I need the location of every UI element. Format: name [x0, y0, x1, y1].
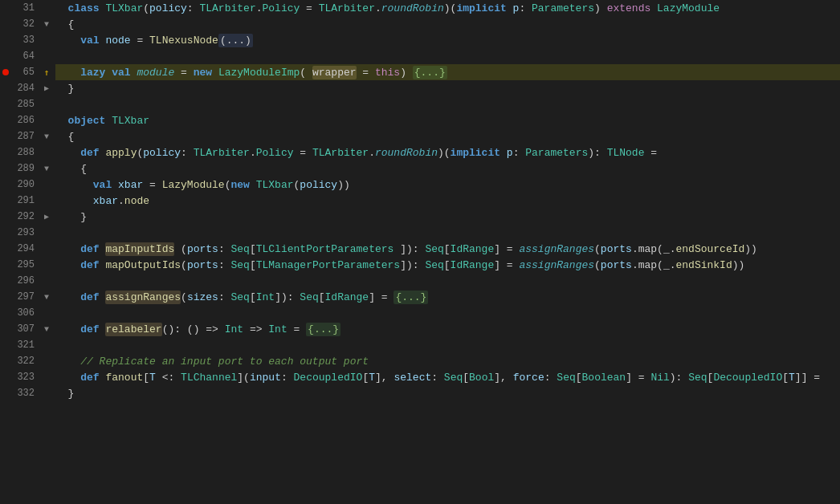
fold-321[interactable]	[41, 339, 52, 351]
fold-32[interactable]: ▼	[41, 18, 52, 30]
token-paren-294: (	[174, 243, 187, 255]
line-num-33: 33	[10, 35, 41, 46]
token-lm-290: LazyModule	[162, 179, 225, 191]
token-indent-288	[55, 147, 80, 159]
fold-293[interactable]	[41, 227, 52, 238]
token-indent-33	[55, 35, 80, 47]
token-def-307: def	[80, 323, 105, 335]
token-rettype-295: Seq	[425, 259, 443, 271]
line-num-296: 296	[10, 275, 41, 287]
token-rparen2-31: )	[594, 2, 607, 14]
token-eq-290: =	[143, 179, 161, 191]
fold-307[interactable]: ▼	[41, 323, 52, 335]
fold-322[interactable]	[41, 356, 52, 367]
breakpoint-65[interactable]	[0, 69, 10, 75]
token-fn-33: TLNexusNode	[149, 35, 218, 47]
token-bracket1-294: [	[250, 243, 256, 255]
code-line-295: def mapOutputIds(ports: Seq[TLManagerPor…	[55, 257, 840, 273]
fold-288[interactable]	[41, 147, 52, 158]
token-bracket2-323: ]	[375, 372, 381, 384]
token-boolean-323: Boolean	[582, 372, 626, 384]
token-bracket1-323: [	[362, 372, 369, 384]
fold-64[interactable]	[41, 51, 52, 62]
token-fn-307: relabeler	[105, 323, 161, 336]
token-indent-323	[55, 372, 80, 384]
token-map1-294: .map(_.	[632, 243, 676, 255]
line-num-295: 295	[10, 259, 41, 270]
line-num-293: 293	[10, 227, 41, 238]
token-seq3-323: Seq	[688, 372, 707, 384]
fold-306[interactable]	[41, 307, 52, 319]
token-class-290: TLXbar	[256, 179, 294, 191]
code-line-286: object TLXbar	[55, 112, 840, 128]
token-brace-284: }	[55, 83, 74, 95]
fold-323[interactable]	[41, 372, 52, 383]
token-T3-323: T	[789, 372, 795, 384]
token-idrange-294: IdRange	[451, 243, 495, 255]
token-bracket4-297: ]	[369, 291, 375, 303]
token-paren-295: (	[181, 259, 187, 271]
token-brace-292: }	[80, 211, 87, 223]
token-def-295: def	[80, 259, 105, 271]
fold-286[interactable]	[41, 115, 52, 126]
fold-296[interactable]	[41, 275, 52, 287]
fold-287[interactable]: ▼	[41, 131, 52, 142]
fold-297[interactable]: ▼	[41, 291, 52, 303]
fold-284[interactable]: ▶	[41, 83, 52, 94]
token-classname-31: TLXbar	[105, 2, 143, 14]
code-line-289: {	[55, 161, 840, 177]
token-params-31: Parameters	[532, 2, 594, 14]
token-indent-297	[55, 291, 80, 303]
code-line-291: xbar.node	[55, 193, 840, 209]
token-val-290: val	[93, 179, 118, 191]
fold-332[interactable]	[41, 388, 52, 399]
token-object-286: object	[68, 115, 112, 127]
token-args-290: (	[294, 179, 300, 191]
token-seq-295: Seq	[231, 259, 250, 271]
token-module-65: module	[137, 67, 174, 79]
token-comma1-323: ,	[381, 372, 394, 384]
line-num-284: 284	[10, 83, 41, 94]
token-rparen-65: )	[400, 67, 413, 79]
line-num-332: 332	[10, 388, 41, 399]
token-comma2-323: ,	[500, 372, 513, 384]
gutter-row-295: 295	[0, 257, 52, 273]
code-line-292: }	[55, 209, 840, 225]
fold-285[interactable]	[41, 99, 52, 110]
token-eq-65: =	[174, 67, 193, 79]
fold-290[interactable]	[41, 179, 52, 190]
gutter-row-286: 286	[0, 112, 52, 128]
fold-31[interactable]	[41, 2, 52, 14]
code-line-290: val xbar = LazyModule(new TLXbar(policy)…	[55, 177, 840, 193]
fold-295[interactable]	[41, 259, 52, 270]
token-dot-291: .	[118, 195, 124, 207]
token-assign-295: assignRanges	[519, 259, 594, 271]
fold-292[interactable]: ▶	[41, 211, 52, 222]
line-num-32: 32	[10, 18, 41, 30]
token-int2-307: Int	[268, 323, 287, 335]
gutter-row-64: 64	[0, 48, 52, 64]
token-args-33: (...)	[218, 34, 253, 47]
token-force-323: force	[513, 372, 544, 384]
token-rparen-31: )(	[444, 2, 457, 14]
token-body-297: {...}	[393, 291, 428, 304]
token-def-323: def	[80, 372, 105, 384]
fold-294[interactable]	[41, 243, 52, 254]
token-brace-287: {	[55, 131, 74, 143]
code-line-322: // Replicate an input port to each outpu…	[55, 353, 840, 369]
token-bracket3-294: [	[444, 243, 451, 255]
token-params-288: Parameters	[525, 147, 588, 159]
token-xbar-291: xbar	[93, 195, 118, 207]
fold-291[interactable]	[41, 195, 52, 206]
token-paren-31: (	[143, 2, 149, 14]
token-bracket1-295: [	[250, 259, 256, 271]
line-num-323: 323	[10, 372, 41, 383]
token-ret-288: TLNode	[607, 147, 645, 159]
fold-289[interactable]: ▼	[41, 163, 52, 174]
token-ret-294: ):	[406, 243, 425, 255]
fold-33[interactable]	[41, 35, 52, 46]
token-paren-297: (	[181, 291, 187, 303]
code-line-31: class TLXbar(policy: TLArbiter.Policy = …	[55, 0, 840, 16]
token-class-65: LazyModuleImp	[218, 67, 300, 79]
token-paren-307: (): () =>	[162, 323, 225, 335]
